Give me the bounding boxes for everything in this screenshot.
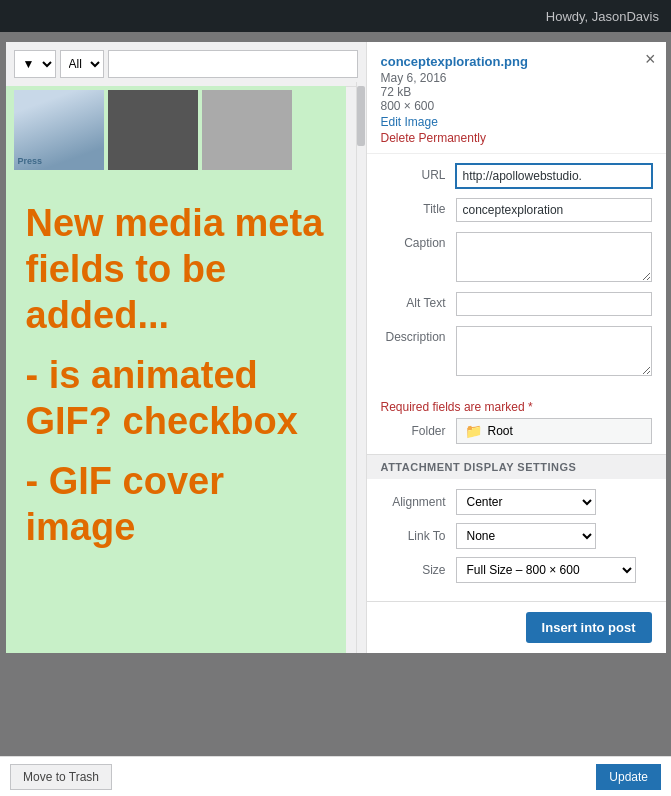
annotation-text-2: - is animated GIF? checkbox xyxy=(26,353,326,444)
file-dimensions: 800 × 600 xyxy=(381,99,652,113)
alt-text-label: Alt Text xyxy=(381,292,456,310)
media-browser-panel: ▼ All New media meta fields to be added.… xyxy=(6,42,366,653)
link-to-select[interactable]: None Media File Attachment Page Custom U… xyxy=(456,523,596,549)
thumb-label-1: Press xyxy=(18,156,43,166)
thumbnail-2[interactable] xyxy=(108,90,198,170)
update-button[interactable]: Update xyxy=(596,764,661,790)
required-asterisk: * xyxy=(528,400,533,414)
description-textarea[interactable] xyxy=(456,326,652,376)
url-input[interactable] xyxy=(456,164,652,188)
size-select[interactable]: Thumbnail – 150 × 150 Medium – 300 × 225… xyxy=(456,557,636,583)
alt-text-field-row: Alt Text xyxy=(381,292,652,316)
link-to-label: Link To xyxy=(381,529,456,543)
media-thumbnails: Press xyxy=(6,86,356,176)
folder-row: Folder 📁 Root xyxy=(367,418,666,444)
link-to-row: Link To None Media File Attachment Page … xyxy=(381,523,652,549)
folder-value: Root xyxy=(488,424,513,438)
attachment-settings-section: Alignment Center ▼ None Left Center Righ… xyxy=(367,479,666,601)
form-fields-section: URL Title Caption Alt T xyxy=(367,154,666,396)
admin-user-greeting: Howdy, JasonDavis xyxy=(546,9,659,24)
filter-dropdown[interactable]: All xyxy=(60,50,104,78)
scroll-thumb xyxy=(357,86,365,146)
required-note: Required fields are marked * xyxy=(367,396,666,418)
modal-footer: Insert into post xyxy=(367,601,666,653)
caption-field-row: Caption xyxy=(381,232,652,282)
file-info-section: conceptexploration.png May 6, 2016 72 kB… xyxy=(367,42,666,154)
title-label: Title xyxy=(381,198,456,216)
url-field-row: URL xyxy=(381,164,652,188)
file-date: May 6, 2016 xyxy=(381,71,652,85)
bulk-select-dropdown[interactable]: ▼ xyxy=(14,50,56,78)
annotation-text-1: New media meta fields to be added... xyxy=(26,201,326,338)
description-label: Description xyxy=(381,326,456,344)
file-size: 72 kB xyxy=(381,85,652,99)
description-field-row: Description xyxy=(381,326,652,376)
url-label: URL xyxy=(381,164,456,182)
modal-body: ▼ All New media meta fields to be added.… xyxy=(6,42,666,653)
attachment-settings-header: ATTACHMENT DISPLAY SETTINGS xyxy=(367,454,666,479)
media-modal: × ▼ All New media meta fields to be adde… xyxy=(6,42,666,653)
media-toolbar: ▼ All xyxy=(6,42,366,87)
close-button[interactable]: × xyxy=(645,50,656,68)
edit-image-link[interactable]: Edit Image xyxy=(381,115,652,129)
thumbnail-1[interactable]: Press xyxy=(14,90,104,170)
title-input[interactable] xyxy=(456,198,652,222)
thumbnail-3[interactable] xyxy=(202,90,292,170)
file-name-link[interactable]: conceptexploration.png xyxy=(381,54,528,69)
move-to-trash-button[interactable]: Move to Trash xyxy=(10,764,112,790)
alignment-select[interactable]: Center ▼ None Left Center Right xyxy=(456,489,596,515)
folder-icon: 📁 xyxy=(465,423,482,439)
alignment-label: Alignment xyxy=(381,495,456,509)
size-label: Size xyxy=(381,563,456,577)
caption-label: Caption xyxy=(381,232,456,250)
scroll-bar[interactable] xyxy=(356,82,366,653)
delete-permanently-link[interactable]: Delete Permanently xyxy=(381,131,652,145)
insert-into-post-button[interactable]: Insert into post xyxy=(526,612,652,643)
required-note-text: Required fields are marked xyxy=(381,400,525,414)
size-row: Size Thumbnail – 150 × 150 Medium – 300 … xyxy=(381,557,652,583)
caption-textarea[interactable] xyxy=(456,232,652,282)
admin-bar: Howdy, JasonDavis xyxy=(0,0,671,32)
folder-label: Folder xyxy=(381,424,456,438)
bottom-bar: Move to Trash Update xyxy=(0,756,671,796)
media-details-panel: conceptexploration.png May 6, 2016 72 kB… xyxy=(366,42,666,653)
annotation-text-3: - GIF cover image xyxy=(26,459,326,550)
search-input[interactable] xyxy=(108,50,358,78)
alt-text-input[interactable] xyxy=(456,292,652,316)
modal-overlay: × ▼ All New media meta fields to be adde… xyxy=(0,32,671,796)
alignment-row: Alignment Center ▼ None Left Center Righ… xyxy=(381,489,652,515)
folder-input[interactable]: 📁 Root xyxy=(456,418,652,444)
title-field-row: Title xyxy=(381,198,652,222)
